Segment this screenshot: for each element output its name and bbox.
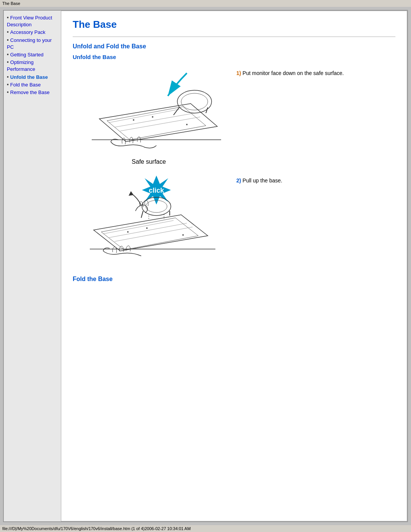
svg-marker-2 bbox=[107, 107, 206, 140]
status-bar: file:///D|/My%20Documents/dfu/170V6/engl… bbox=[0, 525, 411, 532]
illustration2: click bbox=[73, 173, 225, 264]
subsection-title-unfold: Unfold the Base bbox=[73, 54, 395, 60]
fold-section-title: Fold the Base bbox=[73, 276, 395, 283]
sidebar-nav: Front View Product Description Accessory… bbox=[7, 14, 58, 96]
svg-point-23 bbox=[182, 234, 184, 236]
sidebar-link-remove[interactable]: Remove the Base bbox=[10, 89, 49, 95]
svg-point-6 bbox=[133, 119, 134, 121]
sidebar-item: Optimizing Performance bbox=[7, 59, 58, 73]
safe-surface-label: Safe surface bbox=[132, 158, 166, 165]
sidebar-link-accessory[interactable]: Accessory Pack bbox=[10, 29, 45, 35]
sidebar-link-front-view[interactable]: Front View Product Description bbox=[7, 15, 52, 27]
title-bar: The Base bbox=[0, 0, 411, 7]
sidebar-link-unfold[interactable]: Unfold the Base bbox=[10, 74, 48, 80]
svg-marker-17 bbox=[101, 218, 198, 250]
illustration1: Safe surface bbox=[73, 66, 225, 165]
step2-description: 2) Pull up the base. bbox=[225, 173, 395, 185]
step1-number: 1) bbox=[236, 70, 241, 76]
svg-point-22 bbox=[146, 227, 148, 229]
sidebar-item: Getting Started bbox=[7, 51, 58, 58]
monitor-facedown-illustration bbox=[76, 66, 221, 157]
pull-up-base-illustration: click bbox=[82, 173, 215, 264]
svg-line-26 bbox=[141, 211, 143, 218]
step2-text: Pull up the base. bbox=[242, 177, 282, 184]
sidebar-item: Remove the Base bbox=[7, 89, 58, 96]
sidebar-item: Front View Product Description bbox=[7, 14, 58, 28]
title-bar-text: The Base bbox=[2, 1, 20, 6]
svg-line-11 bbox=[174, 107, 179, 115]
svg-marker-16 bbox=[94, 215, 208, 251]
svg-point-10 bbox=[181, 93, 208, 110]
click-label: click bbox=[149, 187, 164, 194]
sidebar-link-fold[interactable]: Fold the Base bbox=[10, 82, 41, 88]
step1-description: 1) Put monitor face down on the safe sur… bbox=[225, 66, 395, 77]
section-title: Unfold and Fold the Base bbox=[73, 43, 395, 50]
sidebar-item: Unfold the Base bbox=[7, 74, 58, 81]
step1-text: Put monitor face down on the safe surfac… bbox=[242, 70, 344, 76]
fold-section: Fold the Base bbox=[73, 276, 395, 283]
sidebar: Front View Product Description Accessory… bbox=[4, 11, 61, 521]
sidebar-item: Connecting to your PC bbox=[7, 37, 58, 51]
svg-point-7 bbox=[152, 116, 153, 118]
sidebar-link-optimizing[interactable]: Optimizing Performance bbox=[7, 59, 35, 72]
svg-point-21 bbox=[127, 231, 129, 233]
svg-point-9 bbox=[177, 90, 212, 113]
step1-area: Safe surface 1) Put monitor face down on… bbox=[73, 66, 395, 165]
page-title: The Base bbox=[73, 19, 395, 30]
sidebar-link-getting-started[interactable]: Getting Started bbox=[10, 52, 43, 58]
page-content: The Base Unfold and Fold the Base Unfold… bbox=[61, 11, 407, 521]
sidebar-item: Fold the Base bbox=[7, 81, 58, 88]
svg-marker-15 bbox=[129, 191, 134, 196]
sidebar-item: Accessory Pack bbox=[7, 29, 58, 36]
svg-point-8 bbox=[186, 124, 188, 125]
browser-window: Front View Product Description Accessory… bbox=[3, 10, 408, 522]
divider bbox=[73, 37, 395, 37]
main-content-area: Front View Product Description Accessory… bbox=[4, 11, 407, 521]
status-bar-text: file:///D|/My%20Documents/dfu/170V6/engl… bbox=[2, 526, 191, 531]
step2-number: 2) bbox=[236, 177, 241, 184]
step2-area: click bbox=[73, 173, 395, 264]
sidebar-link-connecting[interactable]: Connecting to your PC bbox=[7, 37, 52, 50]
svg-line-20 bbox=[115, 227, 193, 241]
